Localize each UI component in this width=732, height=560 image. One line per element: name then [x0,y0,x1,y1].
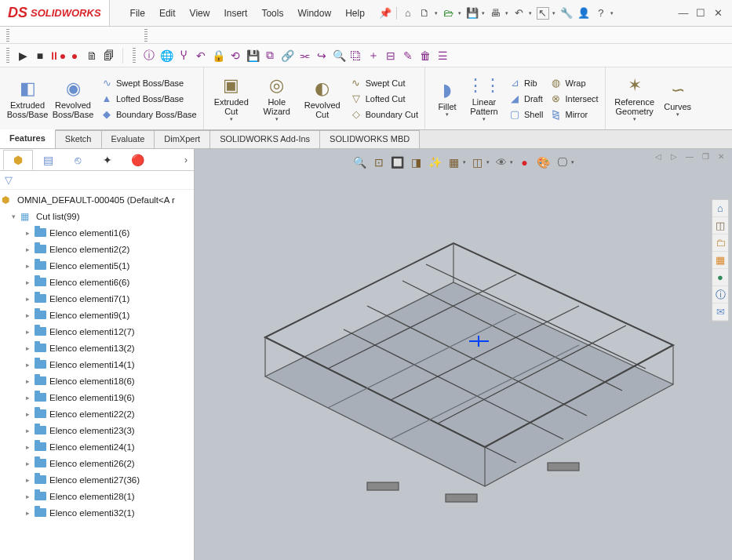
expand-icon[interactable]: ▸ [24,394,31,402]
expand-icon[interactable]: ▸ [24,229,31,237]
menu-file[interactable]: File [124,5,151,22]
zoom-area-icon[interactable]: ⊡ [372,155,386,169]
globe-icon[interactable]: 🌐 [159,49,173,63]
menu-view[interactable]: View [184,5,217,22]
folder-icon[interactable]: 🗀 [712,235,728,252]
zoom-fit-icon[interactable]: 🔍 [353,155,367,169]
graphics-viewport[interactable]: ◁ ▷ — ❐ ✕ 🔍 ⊡ 🔲 ◨ ✨ ▦▾ ◫▾ 👁▾ ● 🎨 🖵▾ ⌂◫🗀▦… [195,149,732,560]
home-icon[interactable]: ⌂ [712,200,728,217]
tree-item[interactable]: ▸Elenco elementi18(6) [0,373,194,389]
boundary-boss-button[interactable]: ◆Boundary Boss/Base [99,107,198,122]
eye-icon[interactable]: 👁 [494,155,508,169]
close-button[interactable]: ✕ [712,7,724,20]
save-icon[interactable]: 💾 [466,7,479,20]
mdi-next-icon[interactable]: ▷ [668,151,680,162]
branch-icon[interactable]: Ⴤ [177,49,191,63]
copy-icon[interactable]: ⿻ [349,49,363,63]
tab-solidworks-mbd[interactable]: SOLIDWORKS MBD [320,130,420,148]
appearance-sphere-icon[interactable]: ● [518,155,532,169]
undo-icon[interactable]: ↶ [513,7,526,20]
fillet-button[interactable]: ◗ Fillet▾ [430,78,464,119]
wrap-button[interactable]: ◍Wrap [548,76,599,90]
extruded-cut-button[interactable]: ▣ ExtrudedCut▾ [209,74,254,124]
ref-geometry-button[interactable]: ✶ ReferenceGeometry▾ [610,74,659,124]
scene-icon[interactable]: 🎨 [537,155,551,169]
stop-icon[interactable]: ■ [33,49,47,63]
options-icon[interactable]: 👤 [577,7,590,20]
tree-item[interactable]: ▸Elenco elementi12(7) [0,323,194,340]
print-icon[interactable]: 🖶 [490,7,502,20]
expand-icon[interactable]: ▸ [24,295,31,303]
lofted-cut-button[interactable]: ▽Lofted Cut [348,92,420,106]
cut-list-node[interactable]: ▾ ▦ Cut list(99) [0,208,194,224]
property-tab[interactable]: ▤ [33,150,63,170]
menu-window[interactable]: Window [291,5,337,22]
tree-item[interactable]: ▸Elenco elementi5(1) [0,257,194,274]
tree-item[interactable]: ▸Elenco elementi24(1) [0,438,194,455]
curves-button[interactable]: ∽ Curves▾ [659,78,697,119]
swept-cut-button[interactable]: ∿Swept Cut [348,76,420,90]
revolved-cut-button[interactable]: ◐ RevolvedCut [300,77,345,121]
expand-icon[interactable]: ▸ [24,427,31,435]
cube-icon[interactable]: ◫ [712,217,728,235]
linear-pattern-button[interactable]: ⋮⋮ LinearPattern▾ [464,74,504,124]
new-doc-icon[interactable]: 🗋 [419,7,432,20]
macro-edit-icon[interactable]: 🗐 [102,49,116,63]
save2-icon[interactable]: 💾 [246,49,260,63]
mdi-prev-icon[interactable]: ◁ [652,151,665,162]
tab-sketch[interactable]: Sketch [56,130,102,148]
intersect-button[interactable]: ⊗Intersect [548,92,599,106]
tree-item[interactable]: ▸Elenco elementi2(2) [0,241,194,257]
link-icon[interactable]: 🔗 [280,49,294,63]
tree-item[interactable]: ▸Elenco elementi27(36) [0,471,194,488]
open-icon[interactable]: 🗁 [442,7,455,20]
chain-icon[interactable]: ⧉ [263,49,277,63]
grid-icon[interactable]: ▦ [712,252,728,269]
display-style-icon[interactable]: ▦ [447,155,461,169]
unlink-icon[interactable]: ⊟ [384,49,398,63]
grip-icon[interactable] [133,48,136,64]
expand-icon[interactable]: ▸ [24,493,31,500]
delete-icon[interactable]: 🗑 [418,49,432,63]
expand-icon[interactable]: ▸ [24,344,31,352]
tree-item[interactable]: ▸Elenco elementi14(1) [0,356,194,373]
tree-item[interactable]: ▸Elenco elementi23(3) [0,422,194,438]
expand-icon[interactable]: ▸ [24,410,31,418]
play-icon[interactable]: ▶ [16,49,30,63]
panel-more-icon[interactable]: › [184,155,194,165]
search2-icon[interactable]: 🔍 [332,49,346,63]
redo-icon[interactable]: ↪ [315,49,329,63]
expand-icon[interactable]: ▸ [24,328,31,336]
expand-icon[interactable]: ▸ [24,460,31,467]
maximize-button[interactable]: ☐ [694,7,707,20]
tree-item[interactable]: ▸Elenco elementi32(1) [0,504,194,521]
undoarrow-icon[interactable]: ⟲ [228,49,242,63]
help-icon[interactable]: ? [595,7,607,20]
rib-button[interactable]: ⊿Rib [507,76,544,90]
link2-icon[interactable]: ⫘ [297,49,311,63]
pin-icon[interactable]: 📌 [379,7,391,20]
expand-icon[interactable]: ▸ [24,245,31,253]
tree-item[interactable]: ▸Elenco elementi19(6) [0,389,194,405]
mdi-restore-icon[interactable]: ❐ [699,151,712,162]
grip-icon[interactable] [6,48,9,64]
plus-icon[interactable]: ＋ [366,49,381,63]
list-icon[interactable]: ☰ [435,49,450,63]
extruded-boss-button[interactable]: ◧ ExtrudedBoss/Base [5,77,50,121]
tree-item[interactable]: ▸Elenco elementi9(1) [0,307,194,323]
expand-icon[interactable]: ▸ [24,509,31,517]
prev-view-icon[interactable]: 🔲 [391,155,405,169]
undo2-icon[interactable]: ↶ [194,49,208,63]
tree-item[interactable]: ▸Elenco elementi7(1) [0,290,194,307]
draft-button[interactable]: ◢Draft [507,92,544,106]
wand-icon[interactable]: ✨ [428,155,442,169]
edit2-icon[interactable]: ✎ [401,49,415,63]
section-view-icon[interactable]: ◨ [410,155,424,169]
tab-solidworks-add-ins[interactable]: SOLIDWORKS Add-Ins [210,130,320,148]
revolved-boss-button[interactable]: ◉ RevolvedBoss/Base [50,77,96,121]
swept-boss-button[interactable]: ∿Swept Boss/Base [99,76,198,90]
tab-dimxpert[interactable]: DimXpert [155,130,210,148]
tab-evaluate[interactable]: Evaluate [102,130,155,148]
mdi-close-icon[interactable]: ✕ [715,151,727,162]
home-icon[interactable]: ⌂ [402,7,414,20]
